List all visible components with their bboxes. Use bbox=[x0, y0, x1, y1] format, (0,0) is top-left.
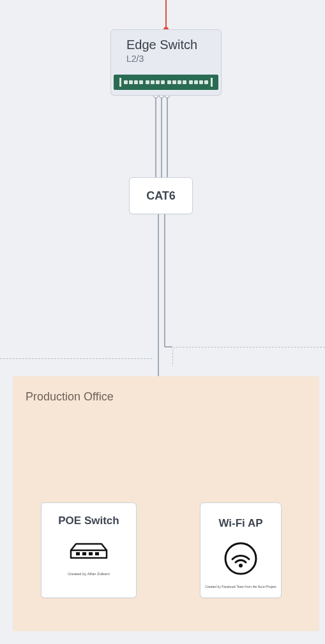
poe-title: POE Switch bbox=[42, 515, 136, 527]
edge-switch-subtitle: L2/3 bbox=[111, 54, 221, 64]
region-border-left bbox=[0, 358, 152, 359]
node-wifi-ap[interactable]: Wi-Fi AP Created by Facebook Team from t… bbox=[200, 502, 282, 598]
svg-rect-9 bbox=[82, 552, 86, 555]
svg-rect-10 bbox=[89, 552, 93, 555]
wifi-icon bbox=[223, 541, 258, 578]
svg-rect-8 bbox=[76, 552, 80, 555]
switch-hardware-icon bbox=[114, 75, 218, 90]
cat6-title: CAT6 bbox=[146, 189, 176, 203]
svg-rect-11 bbox=[95, 552, 99, 555]
region-border-right bbox=[172, 347, 325, 366]
svg-point-12 bbox=[225, 543, 256, 574]
wifi-title: Wi-Fi AP bbox=[200, 517, 281, 530]
wifi-credit: Created by Facebook Team from the Noun P… bbox=[200, 585, 281, 589]
node-cat6[interactable]: CAT6 bbox=[129, 177, 193, 214]
diagram-canvas[interactable]: Edge Switch L2/3 CAT6 Production Office … bbox=[0, 0, 325, 644]
poe-credit: Created by Alfan Zulkarn bbox=[42, 572, 136, 576]
node-edge-switch[interactable]: Edge Switch L2/3 bbox=[110, 29, 222, 96]
switch-icon bbox=[68, 541, 109, 563]
zone-label: Production Office bbox=[26, 390, 114, 404]
edge-switch-title: Edge Switch bbox=[111, 38, 221, 52]
node-poe-switch[interactable]: POE Switch Created by Alfan Zulkarn bbox=[41, 502, 137, 598]
svg-point-13 bbox=[239, 564, 243, 567]
